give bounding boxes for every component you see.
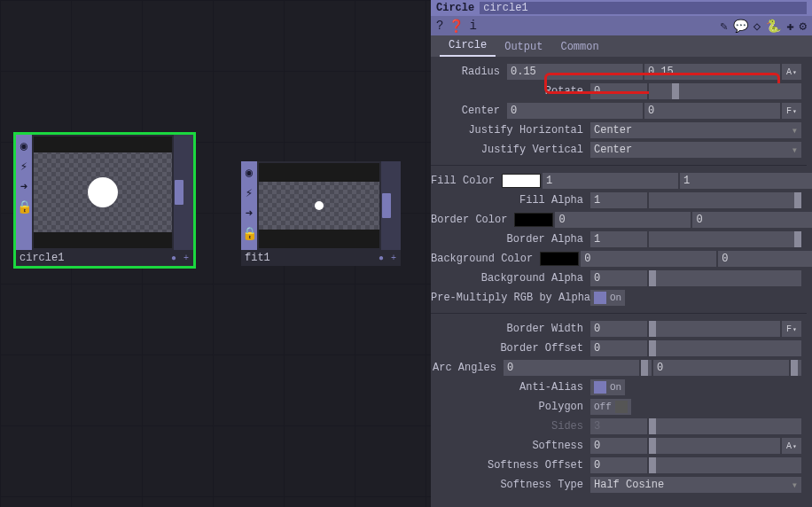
bg-color-swatch[interactable] — [540, 252, 579, 266]
fill-g-field[interactable] — [680, 173, 812, 189]
flag-icon[interactable]: ◉ — [246, 165, 253, 180]
softness-slider[interactable] — [649, 438, 780, 454]
flag-icon[interactable]: 🔒 — [17, 199, 32, 214]
param-label: Softness Type — [431, 479, 590, 491]
border-alpha-field[interactable] — [590, 231, 647, 247]
center-x-field[interactable] — [507, 103, 643, 119]
node-flags[interactable]: ◉ ⚡ ➜ 🔒 — [241, 161, 257, 250]
param-label: Polygon — [431, 401, 590, 413]
softness-offset-field[interactable] — [590, 457, 647, 473]
param-label: Background Alpha — [431, 272, 590, 285]
bg-alpha-field[interactable] — [590, 270, 647, 286]
node-footer-dots[interactable]: ● + — [171, 254, 190, 263]
fill-color-swatch[interactable] — [502, 174, 541, 188]
bg-alpha-slider[interactable] — [649, 270, 801, 286]
param-label: Softness — [431, 440, 590, 452]
parameter-panel: Circle ? ❓ i ✎ 💬 ◇ 🐍 ✚ ⚙ Circle Output C… — [431, 0, 812, 507]
letterbox — [34, 232, 172, 248]
justify-v-dropdown[interactable]: Center — [590, 142, 801, 158]
bg-r-field[interactable] — [581, 251, 716, 267]
flag-icon[interactable]: ⚡ — [20, 159, 27, 174]
param-label: Anti-Alias — [431, 381, 590, 394]
flag-icon[interactable]: ➜ — [20, 179, 27, 194]
fill-alpha-slider[interactable] — [649, 192, 801, 208]
letterbox — [259, 163, 379, 182]
node-preview[interactable] — [32, 135, 174, 250]
preview-circle — [88, 177, 118, 207]
letterbox — [259, 230, 379, 248]
antialias-toggle[interactable]: On — [590, 379, 625, 395]
arc-start-field[interactable] — [504, 360, 639, 376]
node-preview[interactable] — [257, 161, 381, 250]
justify-h-dropdown[interactable]: Center — [590, 122, 801, 138]
divider — [431, 165, 807, 166]
node-circle1[interactable]: ◉ ⚡ ➜ 🔒 circle1 ● + — [16, 135, 193, 266]
flag-icon[interactable]: 🔒 — [242, 226, 257, 241]
tag-icon[interactable]: ◇ — [753, 19, 761, 34]
border-color-swatch[interactable] — [514, 213, 553, 227]
fill-alpha-field[interactable] — [590, 192, 647, 208]
add-icon[interactable]: ✚ — [786, 19, 793, 34]
fill-r-field[interactable] — [543, 173, 678, 189]
param-label: Justify Horizontal — [431, 124, 590, 136]
node-fit1[interactable]: ◉ ⚡ ➜ 🔒 fit1 ● + — [241, 161, 401, 266]
premult-toggle[interactable]: On — [590, 290, 625, 306]
center-y-field[interactable] — [644, 103, 780, 119]
softness-field[interactable] — [590, 438, 647, 454]
border-offset-field[interactable] — [590, 340, 647, 356]
arc-slider[interactable] — [791, 360, 801, 376]
letterbox — [34, 136, 172, 152]
tab-common[interactable]: Common — [551, 37, 607, 57]
pencil-icon[interactable]: ✎ — [720, 19, 727, 34]
flag-icon[interactable]: ⚡ — [246, 185, 253, 200]
comment-icon[interactable]: 💬 — [733, 19, 748, 34]
border-width-field[interactable] — [590, 321, 647, 337]
flag-icon[interactable]: ➜ — [246, 206, 253, 221]
radius-y-field[interactable] — [644, 64, 780, 80]
help-icon[interactable]: ? — [436, 19, 443, 34]
tab-circle[interactable]: Circle — [440, 35, 496, 57]
softness-offset-slider[interactable] — [649, 457, 801, 473]
softness-type-dropdown[interactable]: Half Cosine — [590, 477, 801, 493]
panel-toolbar: ? ❓ i ✎ 💬 ◇ 🐍 ✚ ⚙ — [431, 16, 812, 35]
param-label: Radius — [431, 66, 507, 78]
info-icon[interactable]: i — [469, 19, 476, 34]
param-label: Softness Offset — [431, 459, 590, 472]
node-output-handle[interactable] — [174, 135, 184, 250]
wiki-icon[interactable]: ❓ — [449, 19, 464, 34]
node-flags[interactable]: ◉ ⚡ ➜ 🔒 — [16, 135, 32, 250]
border-alpha-slider[interactable] — [649, 231, 801, 247]
op-name-field[interactable] — [480, 2, 807, 14]
node-output-handle[interactable] — [381, 161, 392, 250]
param-label: Background Color — [431, 253, 540, 265]
border-offset-slider[interactable] — [649, 340, 801, 356]
toggle-text: On — [610, 292, 621, 303]
center-units-dropdown[interactable]: F — [782, 103, 801, 119]
arc-end-field[interactable] — [653, 360, 789, 376]
rotate-slider[interactable] — [649, 83, 801, 99]
arc-slider[interactable] — [641, 360, 652, 376]
param-label: Border Width — [431, 323, 590, 335]
settings-icon[interactable]: ⚙ — [800, 19, 807, 34]
param-label: Border Offset — [431, 342, 590, 355]
tab-output[interactable]: Output — [496, 37, 551, 57]
border-width-units-dropdown[interactable]: F — [782, 321, 801, 337]
radius-x-field[interactable] — [507, 64, 643, 80]
border-width-slider[interactable] — [649, 321, 780, 337]
flag-icon[interactable]: ◉ — [20, 138, 27, 153]
border-r-field[interactable] — [555, 212, 691, 228]
sides-slider — [649, 418, 801, 434]
toggle-text: Off — [594, 402, 612, 412]
polygon-toggle[interactable]: Off — [590, 399, 631, 415]
param-label: Center — [431, 105, 507, 117]
param-label: Fill Color — [431, 175, 502, 187]
rotate-field[interactable] — [590, 83, 647, 99]
node-name-label: fit1 — [245, 252, 270, 264]
node-footer-dots[interactable]: ● + — [379, 254, 397, 263]
softness-units-dropdown[interactable]: A — [782, 438, 801, 454]
node-graph-canvas[interactable]: ◉ ⚡ ➜ 🔒 circle1 ● + — [0, 0, 431, 507]
radius-units-dropdown[interactable]: A — [782, 64, 801, 80]
border-g-field[interactable] — [692, 212, 812, 228]
bg-g-field[interactable] — [718, 251, 812, 267]
python-icon[interactable]: 🐍 — [766, 19, 781, 34]
